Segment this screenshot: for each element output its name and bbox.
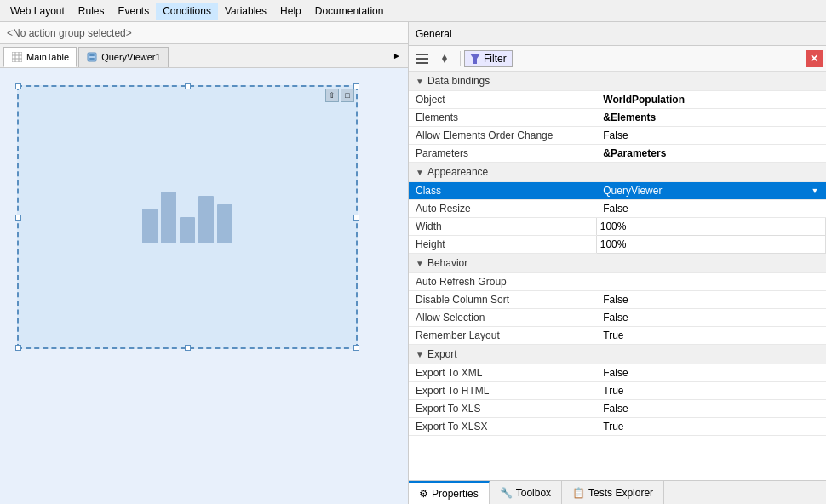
prop-row-elements[interactable]: Elements&Elements xyxy=(409,109,826,127)
prop-row-export-to-xls[interactable]: Export To XLSFalse xyxy=(409,400,826,418)
chart-bar-4 xyxy=(198,196,214,243)
chart-bar-2 xyxy=(161,192,176,243)
handle-bottom-left[interactable] xyxy=(15,345,21,351)
props-table: ▼Data bindingsObjectWorldPopulationEleme… xyxy=(409,72,826,436)
svg-rect-8 xyxy=(416,54,428,55)
prop-value-disable-column-sort: False xyxy=(596,291,825,309)
prop-row-export-to-xlsx[interactable]: Export To XLSXTrue xyxy=(409,418,826,436)
section-arrow-appearance: ▼ xyxy=(416,168,424,177)
tab-scroll-arrow[interactable]: ► xyxy=(389,49,404,62)
prop-value-auto-refresh-group xyxy=(596,273,825,291)
svg-marker-13 xyxy=(470,54,480,64)
prop-row-auto-resize[interactable]: Auto ResizeFalse xyxy=(409,200,826,218)
bottom-tab-toolbox[interactable]: 🔧 Toolbox xyxy=(490,481,562,504)
filter-button[interactable]: Filter xyxy=(464,50,513,67)
prop-label-export-to-xls: Export To XLS xyxy=(409,400,596,418)
prop-value-width[interactable]: 100% xyxy=(596,218,825,236)
prop-row-auto-refresh-group[interactable]: Auto Refresh Group xyxy=(409,273,826,291)
tab-main-table[interactable]: MainTable xyxy=(3,47,77,67)
svg-rect-9 xyxy=(416,58,428,60)
tab-query-viewer1[interactable]: QueryViewer1 xyxy=(78,47,169,67)
prop-value-export-to-xml: False xyxy=(596,364,825,382)
bottom-tab-properties-label: Properties xyxy=(432,488,479,500)
prop-value-parameters: &Parameters xyxy=(596,145,825,163)
menu-conditions[interactable]: Conditions xyxy=(156,3,218,20)
prop-value-export-to-xls: False xyxy=(596,400,825,418)
svg-marker-11 xyxy=(442,54,447,59)
svg-rect-0 xyxy=(12,52,22,62)
component-icon xyxy=(86,51,98,63)
props-container: ▼Data bindingsObjectWorldPopulationEleme… xyxy=(409,72,826,480)
box-btn-2[interactable]: □ xyxy=(341,89,354,102)
prop-row-width[interactable]: Width100% xyxy=(409,218,826,236)
toolbox-icon: 🔧 xyxy=(500,487,513,499)
prop-row-parameters[interactable]: Parameters&Parameters xyxy=(409,145,826,163)
menu-help[interactable]: Help xyxy=(273,3,308,20)
svg-rect-10 xyxy=(416,62,428,64)
prop-row-export-to-xml[interactable]: Export To XMLFalse xyxy=(409,364,826,382)
prop-value-export-to-xlsx: True xyxy=(596,418,825,436)
prop-label-class: Class xyxy=(409,182,596,200)
menu-events[interactable]: Events xyxy=(112,3,157,20)
svg-rect-6 xyxy=(89,54,95,56)
bottom-tab-properties[interactable]: ⚙ Properties xyxy=(409,481,490,504)
menu-rules[interactable]: Rules xyxy=(72,3,112,20)
handle-bottom-right[interactable] xyxy=(353,345,359,351)
action-group-bar: <No action group selected> xyxy=(0,22,408,44)
prop-label-allow-selection: Allow Selection xyxy=(409,309,596,327)
tab-query-viewer1-label: QueryViewer1 xyxy=(101,52,161,62)
handle-bottom-center[interactable] xyxy=(185,345,191,351)
prop-label-remember-layout: Remember Layout xyxy=(409,327,596,345)
action-group-label: <No action group selected> xyxy=(7,27,132,39)
tabs-bar: MainTable QueryViewer1 ► xyxy=(0,44,408,68)
handle-top-right[interactable] xyxy=(353,83,359,89)
bottom-tab-toolbox-label: Toolbox xyxy=(516,487,551,499)
section-header-export[interactable]: ▼Export xyxy=(409,345,826,364)
table-icon xyxy=(11,51,23,63)
section-arrow-data-bindings: ▼ xyxy=(416,77,424,86)
toolbar-row: Filter ✕ xyxy=(409,46,826,72)
design-box[interactable]: ⇧ □ xyxy=(17,85,358,349)
prop-value-class[interactable]: QueryViewer▼ xyxy=(596,182,825,200)
bottom-tabs: ⚙ Properties 🔧 Toolbox 📋 Tests Explorer xyxy=(409,480,826,504)
prop-label-auto-refresh-group: Auto Refresh Group xyxy=(409,273,596,291)
section-header-appearance[interactable]: ▼Appeareance xyxy=(409,163,826,182)
prop-row-height[interactable]: Height100% xyxy=(409,236,826,254)
canvas-area[interactable]: ⇧ □ xyxy=(0,68,408,504)
section-arrow-behavior: ▼ xyxy=(416,259,424,268)
section-header-behavior[interactable]: ▼Behavior xyxy=(409,254,826,273)
menu-web-layout[interactable]: Web Layout xyxy=(3,3,72,20)
prop-label-export-to-xml: Export To XML xyxy=(409,364,596,382)
section-header-data-bindings[interactable]: ▼Data bindings xyxy=(409,72,826,91)
chart-bar-3 xyxy=(180,217,195,243)
prop-row-object[interactable]: ObjectWorldPopulation xyxy=(409,91,826,109)
handle-top-left[interactable] xyxy=(15,83,21,89)
prop-row-disable-column-sort[interactable]: Disable Column SortFalse xyxy=(409,291,826,309)
tests-explorer-icon: 📋 xyxy=(572,487,585,499)
prop-value-height[interactable]: 100% xyxy=(596,236,825,254)
prop-label-auto-resize: Auto Resize xyxy=(409,200,596,218)
sort-button[interactable] xyxy=(434,49,455,69)
bottom-tab-tests-explorer[interactable]: 📋 Tests Explorer xyxy=(562,481,664,504)
box-corner-buttons: ⇧ □ xyxy=(325,89,354,102)
handle-middle-right[interactable] xyxy=(353,215,359,220)
box-btn-1[interactable]: ⇧ xyxy=(325,89,339,102)
svg-rect-5 xyxy=(88,53,96,61)
prop-row-allow-selection[interactable]: Allow SelectionFalse xyxy=(409,309,826,327)
properties-icon: ⚙ xyxy=(419,488,428,500)
close-button[interactable]: ✕ xyxy=(806,50,823,67)
menu-variables[interactable]: Variables xyxy=(218,3,273,20)
prop-row-class[interactable]: ClassQueryViewer▼ xyxy=(409,182,826,200)
list-view-button[interactable] xyxy=(412,49,433,69)
prop-label-elements: Elements xyxy=(409,109,596,127)
prop-label-object: Object xyxy=(409,91,596,109)
prop-value-auto-resize: False xyxy=(596,200,825,218)
right-panel: General Filter ✕ ▼Data xyxy=(409,22,826,504)
prop-row-export-to-html[interactable]: Export To HTMLTrue xyxy=(409,382,826,400)
prop-row-remember-layout[interactable]: Remember LayoutTrue xyxy=(409,327,826,345)
handle-top-center[interactable] xyxy=(185,83,191,89)
menu-documentation[interactable]: Documentation xyxy=(308,3,391,20)
handle-middle-left[interactable] xyxy=(15,215,21,220)
prop-row-allow-elements-order[interactable]: Allow Elements Order ChangeFalse xyxy=(409,127,826,145)
svg-rect-7 xyxy=(89,58,95,60)
